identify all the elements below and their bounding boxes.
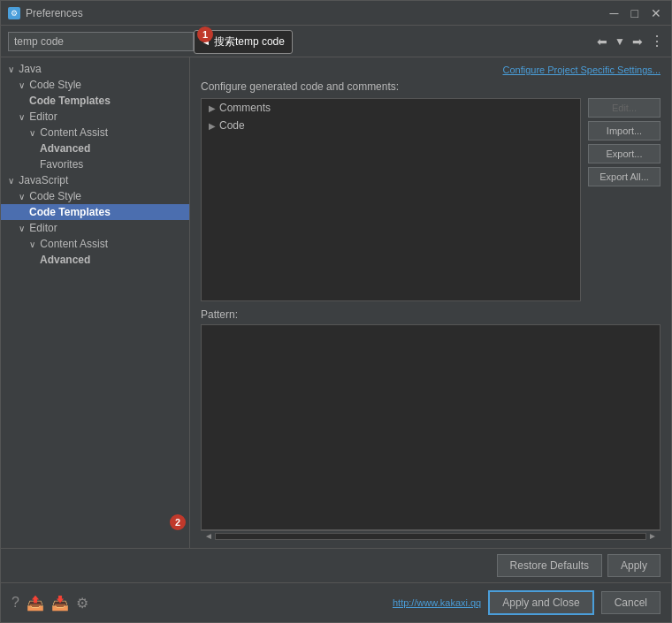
sidebar: ∨ Java ∨ Code Style Code Templates ∨ Edi… — [1, 57, 190, 548]
sidebar-item-js-code-templates[interactable]: Code Templates — [1, 204, 189, 220]
arrow-icon: ∨ — [29, 128, 35, 138]
forward-button[interactable]: ➡ — [629, 33, 646, 50]
search-box: 1 搜索temp code — [8, 32, 194, 51]
code-tree: ▶ Comments ▶ Code 3 选择文件导入 — [201, 98, 581, 301]
footer-link[interactable]: http://www.kakaxi.qq — [393, 597, 481, 608]
maximize-button[interactable]: □ — [629, 6, 641, 20]
pattern-label: Pattern: — [201, 308, 661, 321]
app-icon: ⚙ — [8, 7, 20, 19]
sidebar-item-js-code-style[interactable]: ∨ Code Style — [1, 188, 189, 204]
right-panel: Configure Project Specific Settings... C… — [190, 57, 671, 548]
sidebar-item-java-content-assist[interactable]: ∨ Content Assist — [1, 125, 189, 141]
arrow-icon: ∨ — [19, 192, 25, 201]
footer-icons: ? 📤 📥 ⚙ — [11, 595, 88, 612]
sidebar-item-js-advanced[interactable]: Advanced — [1, 252, 189, 268]
tree-buttons-wrapper: ▶ Comments ▶ Code 3 选择文件导入 — [201, 98, 661, 301]
configure-label: Configure generated code and comments: — [201, 80, 661, 93]
export-button[interactable]: Export... — [588, 144, 661, 163]
sidebar-item-javascript[interactable]: ∨ JavaScript — [1, 172, 189, 188]
sidebar-item-java-code-templates[interactable]: Code Templates — [1, 93, 189, 109]
sidebar-item-java[interactable]: ∨ Java — [1, 61, 189, 77]
arrow-icon: ∨ — [19, 224, 25, 233]
help-icon[interactable]: ? — [11, 595, 19, 611]
sidebar-item-java-advanced[interactable]: Advanced — [1, 141, 189, 156]
arrow-icon: ▶ — [209, 103, 216, 113]
arrow-icon: ∨ — [8, 65, 14, 74]
side-buttons: Edit... Import... Export... Export All..… — [588, 98, 661, 301]
horizontal-scrollbar[interactable]: ◄ ► — [201, 530, 661, 541]
arrow-icon: ▶ — [209, 121, 216, 131]
more-button[interactable]: ⋮ — [650, 33, 664, 49]
sidebar-item-java-editor[interactable]: ∨ Editor — [1, 109, 189, 125]
preferences-window: ⚙ Preferences ─ □ ✕ 1 搜索temp code Code T… — [0, 0, 672, 623]
settings-icon[interactable]: ⚙ — [76, 595, 88, 612]
window-title: Preferences — [26, 7, 83, 19]
bottom-buttons-row: Restore Defaults Apply — [1, 548, 671, 582]
breadcrumb: Code Templates — [199, 35, 588, 48]
export-icon[interactable]: 📤 — [27, 595, 44, 612]
title-bar-controls: ─ □ ✕ — [607, 6, 664, 20]
restore-defaults-button[interactable]: Restore Defaults — [497, 554, 602, 577]
scrollbar-track[interactable] — [215, 533, 646, 540]
code-tree-comments[interactable]: ▶ Comments — [202, 99, 580, 117]
title-bar: ⚙ Preferences ─ □ ✕ — [1, 1, 671, 26]
import-button[interactable]: Import... — [588, 121, 661, 141]
apply-close-button[interactable]: Apply and Close — [488, 590, 593, 615]
annotation-badge-1: 1 — [197, 27, 213, 42]
code-tree-code[interactable]: ▶ Code — [202, 117, 580, 134]
sidebar-item-js-editor[interactable]: ∨ Editor — [1, 220, 189, 236]
scroll-left-icon[interactable]: ◄ — [202, 531, 215, 541]
import-icon[interactable]: 📥 — [51, 595, 69, 612]
cancel-button[interactable]: Cancel — [601, 591, 661, 614]
edit-button[interactable]: Edit... — [588, 98, 661, 118]
configure-project-link[interactable]: Configure Project Specific Settings... — [201, 65, 661, 75]
export-all-button[interactable]: Export All... — [588, 167, 661, 186]
nav-separator: ▼ — [615, 35, 625, 48]
pattern-textarea[interactable] — [201, 324, 661, 530]
main-content: ∨ Java ∨ Code Style Code Templates ∨ Edi… — [1, 57, 671, 548]
scroll-right-icon[interactable]: ► — [646, 531, 659, 541]
footer-right: http://www.kakaxi.qq Apply and Close Can… — [393, 590, 661, 615]
search-input[interactable] — [8, 32, 194, 51]
pattern-section: Pattern: ◄ ► — [201, 308, 661, 541]
footer: ? 📤 📥 ⚙ http://www.kakaxi.qq Apply and C… — [1, 582, 671, 622]
pattern-box-wrapper — [201, 324, 661, 530]
close-button[interactable]: ✕ — [648, 6, 664, 20]
apply-button[interactable]: Apply — [607, 554, 661, 577]
nav-buttons: ⬅ ▼ ➡ ⋮ — [593, 33, 664, 50]
sidebar-item-js-content-assist[interactable]: ∨ Content Assist — [1, 236, 189, 252]
back-button[interactable]: ⬅ — [593, 33, 611, 50]
sidebar-item-java-favorites[interactable]: Favorites — [1, 156, 189, 172]
arrow-icon: ∨ — [19, 80, 25, 90]
sidebar-item-java-code-style[interactable]: ∨ Code Style — [1, 77, 189, 93]
arrow-icon: ∨ — [8, 176, 14, 186]
annotation-badge-2: 2 — [170, 514, 186, 530]
arrow-icon: ∨ — [19, 112, 25, 122]
title-bar-left: ⚙ Preferences — [8, 7, 83, 19]
arrow-icon: ∨ — [29, 239, 35, 249]
minimize-button[interactable]: ─ — [607, 6, 622, 20]
toolbar: 1 搜索temp code Code Templates ⬅ ▼ ➡ ⋮ — [1, 26, 671, 57]
